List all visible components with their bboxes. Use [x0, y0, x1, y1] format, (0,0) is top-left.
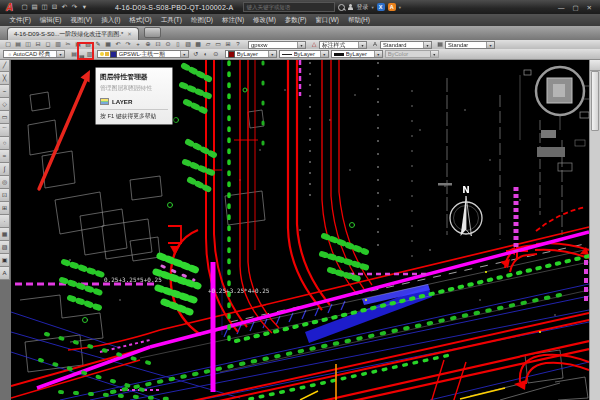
- save-icon[interactable]: ◫: [23, 40, 33, 49]
- exchange-apps-icon[interactable]: X: [377, 3, 385, 11]
- markup-icon[interactable]: ▭: [213, 40, 223, 49]
- signin-caret-icon[interactable]: ▾: [371, 5, 373, 10]
- table-style-combo[interactable]: Standar: [445, 41, 495, 49]
- lineweight-combo[interactable]: ByLayer: [331, 50, 383, 58]
- open-icon[interactable]: ▤: [13, 40, 23, 49]
- close-button[interactable]: ✕: [587, 1, 592, 14]
- gradient-icon[interactable]: ▨: [0, 241, 10, 254]
- signin-button[interactable]: 登录: [356, 3, 368, 12]
- layer-combo[interactable]: GPSWL-主线一期: [97, 50, 189, 58]
- combo-caret-icon[interactable]: [297, 42, 305, 48]
- menu-help[interactable]: 帮助(H): [343, 14, 374, 26]
- combo-caret-icon[interactable]: [320, 51, 328, 57]
- plot-preview-icon[interactable]: ◻: [43, 40, 53, 49]
- linetype-combo[interactable]: ByLayer: [279, 50, 329, 58]
- draw-polygon-icon[interactable]: ◇: [0, 98, 10, 111]
- draw-xline-icon[interactable]: ╳: [0, 72, 10, 85]
- layer-walk-icon[interactable]: ⊙: [211, 50, 221, 59]
- menu-tools[interactable]: 工具(T): [156, 14, 186, 26]
- zoom-realtime-icon[interactable]: ⊕: [143, 40, 153, 49]
- publish-icon[interactable]: ▥: [53, 40, 63, 49]
- dim-style-icon[interactable]: △: [309, 40, 319, 49]
- help-icon[interactable]: ?: [233, 40, 243, 49]
- menu-insert[interactable]: 插入(I): [97, 14, 125, 26]
- draw-circle-icon[interactable]: ○: [0, 137, 10, 150]
- combo-caret-icon[interactable]: [486, 42, 494, 48]
- redo-icon[interactable]: ↷: [123, 40, 133, 49]
- vertical-scrollbar[interactable]: [589, 59, 600, 400]
- undo-icon[interactable]: ↶: [113, 40, 123, 49]
- menu-modify[interactable]: 修改(M): [249, 14, 281, 26]
- qat-new-icon[interactable]: ▢: [20, 1, 29, 13]
- quickcalc-icon[interactable]: ⊞: [223, 40, 233, 49]
- layer-states-manager-icon[interactable]: ◐: [201, 50, 211, 59]
- infocenter-search-input[interactable]: [243, 2, 335, 12]
- menu-edit[interactable]: 编辑(E): [35, 14, 66, 26]
- qat-plot-icon[interactable]: ⊟: [50, 1, 59, 13]
- qat-menu-caret-icon[interactable]: ▾: [80, 1, 89, 13]
- draw-point-icon[interactable]: ·: [0, 215, 10, 228]
- designcenter-icon[interactable]: ▨: [183, 40, 193, 49]
- draw-toolbar: ╱╳~◇▭⌒○≈∫◎⊡⊞·▦▨▣A: [0, 59, 11, 400]
- draw-rectangle-icon[interactable]: ▭: [0, 111, 10, 124]
- qat-open-icon[interactable]: ▤: [30, 1, 39, 13]
- draw-ellipse-icon[interactable]: ◎: [0, 176, 10, 189]
- scroll-up-icon[interactable]: [590, 59, 600, 71]
- draw-line-icon[interactable]: ╱: [0, 59, 10, 72]
- infocenter-caret-icon[interactable]: ▾: [399, 5, 401, 10]
- menu-parametric[interactable]: 参数(P): [280, 14, 311, 26]
- cut-icon[interactable]: ✂: [63, 40, 73, 49]
- layer-previous-icon[interactable]: ↺: [191, 50, 201, 59]
- new-icon[interactable]: ▢: [3, 40, 13, 49]
- combo-caret-icon[interactable]: [56, 51, 64, 57]
- region-icon[interactable]: ▣: [0, 254, 10, 267]
- menu-window[interactable]: 窗口(W): [311, 14, 343, 26]
- combo-caret-icon[interactable]: [268, 51, 276, 57]
- tool-palettes-icon[interactable]: ▩: [193, 40, 203, 49]
- draw-polyline-icon[interactable]: ~: [0, 85, 10, 98]
- scrollbar-thumb[interactable]: [591, 71, 599, 131]
- combo-caret-icon[interactable]: [374, 51, 382, 57]
- insert-block-icon[interactable]: ⊡: [0, 189, 10, 202]
- search-history-combo[interactable]: gpsxw: [248, 41, 306, 49]
- match-properties-icon[interactable]: ✎: [93, 40, 103, 49]
- qat-save-icon[interactable]: ◫: [40, 1, 49, 13]
- zoom-previous-icon[interactable]: ⊙: [163, 40, 173, 49]
- autocad-logo-icon[interactable]: A: [3, 1, 16, 14]
- draw-spline-icon[interactable]: ∫: [0, 163, 10, 176]
- make-block-icon[interactable]: ⊞: [0, 202, 10, 215]
- combo-caret-icon[interactable]: [423, 42, 431, 48]
- table-style-icon[interactable]: ▦: [435, 40, 445, 49]
- menu-dimension[interactable]: 标注(N): [218, 14, 249, 26]
- qat-undo-icon[interactable]: ↶: [60, 1, 69, 13]
- hatch-icon[interactable]: ▦: [0, 228, 10, 241]
- drawing-tab[interactable]: 4-16-D09-S-S0...一阶段绿化改迁平面图.* ✕: [7, 27, 139, 40]
- draw-arc-icon[interactable]: ⌒: [0, 124, 10, 137]
- block-editor-icon[interactable]: ▦: [103, 40, 113, 49]
- zoom-window-icon[interactable]: ⊡: [153, 40, 163, 49]
- text-style-combo[interactable]: Standard: [380, 41, 432, 49]
- mtext-icon[interactable]: A: [0, 267, 10, 280]
- qat-redo-icon[interactable]: ↷: [70, 1, 79, 13]
- menu-view[interactable]: 视图(V): [66, 14, 97, 26]
- maximize-button[interactable]: ▢: [572, 1, 578, 14]
- a360-icon[interactable]: A: [388, 3, 396, 11]
- dim-style-combo[interactable]: 标注样式: [319, 41, 367, 49]
- draw-revcloud-icon[interactable]: ≈: [0, 150, 10, 163]
- plot-icon[interactable]: ⊟: [33, 40, 43, 49]
- text-style-icon[interactable]: A: [370, 40, 380, 49]
- combo-caret-icon[interactable]: [358, 42, 366, 48]
- workspace-combo[interactable]: ☼ AutoCAD 经典: [3, 50, 65, 58]
- combo-caret-icon[interactable]: [180, 51, 188, 57]
- color-combo[interactable]: ByLayer: [225, 50, 277, 58]
- search-icon[interactable]: [338, 4, 345, 11]
- tab-close-icon[interactable]: ✕: [127, 31, 132, 37]
- properties-icon[interactable]: ▯: [173, 40, 183, 49]
- menu-file[interactable]: 文件(F): [5, 14, 35, 26]
- pan-icon[interactable]: +: [133, 40, 143, 49]
- menu-format[interactable]: 格式(O): [125, 14, 156, 26]
- sheet-set-icon[interactable]: ▱: [203, 40, 213, 49]
- new-tab-button[interactable]: [144, 27, 161, 38]
- minimize-button[interactable]: —: [558, 1, 565, 14]
- menu-draw[interactable]: 绘图(D): [187, 14, 218, 26]
